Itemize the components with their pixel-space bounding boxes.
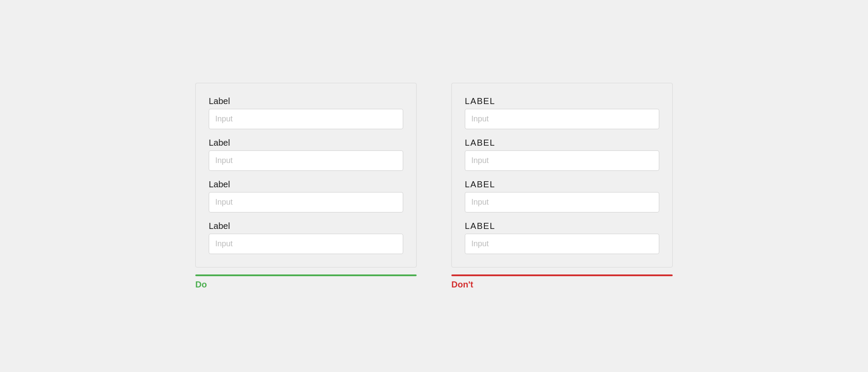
dont-example: LABEL LABEL LABEL LABEL Don't	[451, 83, 673, 290]
do-input-1[interactable]	[209, 109, 403, 129]
do-field-3: Label	[209, 179, 403, 212]
do-label-4: Label	[209, 221, 403, 231]
dont-field-4: LABEL	[465, 221, 659, 254]
do-label-3: Label	[209, 179, 403, 189]
dont-label-2: LABEL	[465, 138, 659, 148]
dont-input-2[interactable]	[465, 150, 659, 171]
do-divider	[195, 274, 417, 276]
dont-form-card: LABEL LABEL LABEL LABEL	[451, 83, 673, 268]
dont-field-2: LABEL	[465, 138, 659, 171]
dont-divider	[451, 274, 673, 276]
do-label-1: Label	[209, 96, 403, 106]
dont-label-3: LABEL	[465, 179, 659, 189]
dont-input-4[interactable]	[465, 234, 659, 254]
dont-input-3[interactable]	[465, 192, 659, 212]
dont-label-1: LABEL	[465, 96, 659, 106]
do-field-2: Label	[209, 138, 403, 171]
do-form-card: Label Label Label Label	[195, 83, 417, 268]
do-input-2[interactable]	[209, 150, 403, 171]
do-field-1: Label	[209, 96, 403, 129]
do-label-2: Label	[209, 138, 403, 148]
dont-input-1[interactable]	[465, 109, 659, 129]
dont-field-1: LABEL	[465, 96, 659, 129]
do-input-4[interactable]	[209, 234, 403, 254]
do-field-4: Label	[209, 221, 403, 254]
dont-field-3: LABEL	[465, 179, 659, 212]
dont-label-4: LABEL	[465, 221, 659, 231]
dont-label: Don't	[451, 280, 473, 290]
do-example: Label Label Label Label Do	[195, 83, 417, 290]
do-label: Do	[195, 280, 207, 290]
do-input-3[interactable]	[209, 192, 403, 212]
